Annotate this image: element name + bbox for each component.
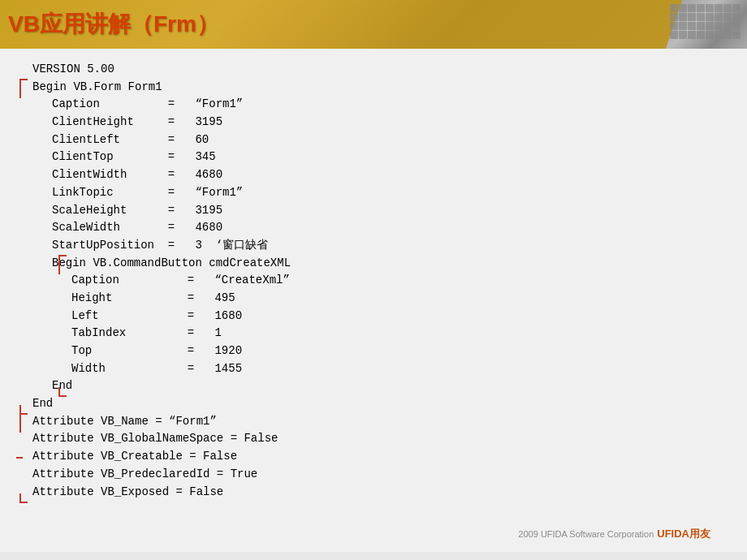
code-line: Height = 495	[71, 290, 723, 308]
code-line: Begin VB.Form Form1	[32, 79, 723, 97]
footer-brand: UFIDA用友	[657, 527, 710, 541]
code-line: Attribute VB_Creatable = False	[32, 448, 723, 466]
code-container: VERSION 5.00 Begin VB.Form Form1 Caption…	[32, 61, 723, 523]
code-line: End	[52, 377, 723, 395]
header-title: VB应用讲解（Frm）	[8, 9, 219, 40]
code-line: ClientTop = 345	[52, 149, 723, 166]
code-line: ScaleWidth = 4680	[52, 219, 723, 237]
code-line: Left = 1680	[71, 308, 723, 325]
code-line: StartUpPosition = 3 ‘窗口缺省	[52, 237, 723, 255]
code-line: Attribute VB_Name = “Form1”	[32, 413, 723, 431]
footer-brand-cn: 用友	[689, 528, 710, 540]
code-line: VERSION 5.00	[32, 61, 723, 79]
code-line: Caption = “Form1”	[52, 96, 723, 114]
footer-brand-text: UFIDA	[657, 528, 689, 540]
keyboard-decoration	[670, 4, 743, 45]
code-line: ClientHeight = 3195	[52, 114, 723, 131]
footer-copyright: 2009 UFIDA Software Corporation	[518, 529, 654, 539]
code-line: Attribute VB_PredeclaredId = True	[32, 466, 723, 484]
header: VB应用讲解（Frm）	[0, 0, 747, 49]
code-line: Begin VB.CommandButton cmdCreateXML	[52, 255, 723, 273]
code-line: ClientLeft = 60	[52, 131, 723, 149]
code-block: VERSION 5.00 Begin VB.Form Form1 Caption…	[32, 61, 723, 501]
code-line: End	[32, 395, 723, 413]
code-line: ScaleHeight = 3195	[52, 202, 723, 220]
code-line: ClientWidth = 4680	[52, 166, 723, 184]
code-line: Attribute VB_Exposed = False	[32, 484, 723, 502]
code-line: Top = 1920	[71, 342, 723, 360]
footer: 2009 UFIDA Software Corporation UFIDA用友	[32, 523, 723, 544]
code-line: LinkTopic = “Form1”	[52, 184, 723, 202]
code-line: Width = 1455	[71, 360, 723, 378]
code-line: TabIndex = 1	[71, 325, 723, 342]
main-content: VERSION 5.00 Begin VB.Form Form1 Caption…	[0, 49, 747, 552]
code-line: Caption = “CreateXml”	[71, 272, 723, 290]
code-line: Attribute VB_GlobalNameSpace = False	[32, 430, 723, 448]
